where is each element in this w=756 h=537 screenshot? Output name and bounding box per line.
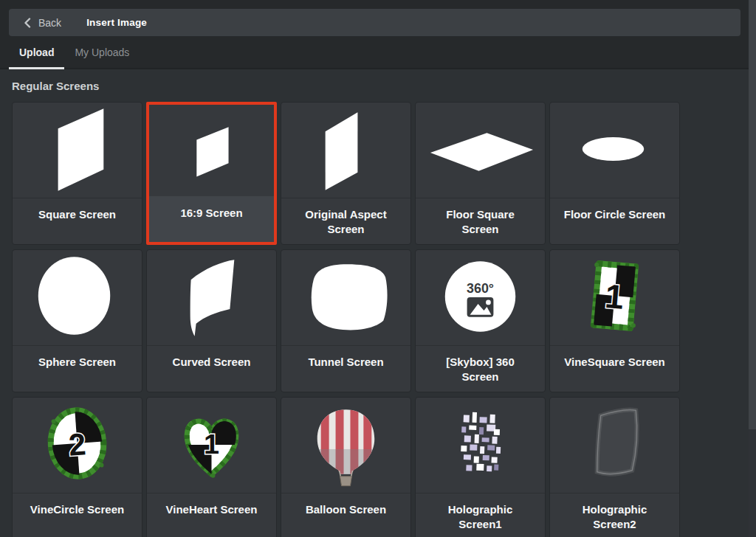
- screen-card-label: Original Aspect Screen: [281, 198, 410, 244]
- header-zone: Back Insert Image Upload My Uploads: [0, 0, 756, 69]
- screen-card-label: VineSquare Screen: [550, 345, 679, 392]
- skybox-360-screen-card[interactable]: 360° [Skybox] 360 Screen: [415, 249, 546, 392]
- screen-card-label: Holographic Screen1: [416, 493, 545, 537]
- screen-card-icon-area: 360°: [416, 250, 545, 345]
- screen-card-label: Holographic Screen2: [550, 493, 679, 537]
- ratio-16-9-screen-icon: [149, 105, 274, 196]
- screen-card-icon-area: [550, 103, 679, 198]
- screen-card-icon-area: [13, 250, 142, 345]
- vine-circle-screen-icon: 2: [13, 398, 142, 493]
- skybox-360-screen-icon: 360°: [416, 250, 545, 345]
- screen-card-label: Floor Circle Screen: [550, 198, 679, 244]
- svg-text:2: 2: [67, 426, 86, 462]
- screen-card-label: Floor Square Screen: [416, 198, 545, 244]
- balloon-screen-icon: [281, 398, 410, 493]
- balloon-screen-card[interactable]: Balloon Screen: [281, 397, 411, 537]
- screen-card-icon-area: [149, 105, 274, 196]
- screen-card-icon-area: [416, 103, 545, 198]
- screen-card-label: Square Screen: [13, 198, 142, 244]
- screen-card-icon-area: [416, 398, 545, 493]
- chevron-left-icon: [24, 18, 31, 28]
- vine-square-screen-icon: 1: [550, 250, 679, 345]
- screen-grid: Square Screen 16:9 Screen Original Aspec…: [12, 102, 744, 537]
- tab-upload[interactable]: Upload: [9, 36, 64, 68]
- screen-card-label: VineCircle Screen: [13, 493, 142, 537]
- screen-card-icon-area: [281, 250, 410, 345]
- screen-card-label: VineHeart Screen: [147, 493, 276, 537]
- topbar: Back Insert Image: [9, 9, 740, 36]
- screen-card-label: Balloon Screen: [281, 493, 410, 537]
- square-screen-icon: [13, 103, 142, 198]
- screen-card-label: Sphere Screen: [13, 345, 142, 392]
- back-button[interactable]: Back: [24, 17, 61, 29]
- content-area: Regular Screens Square Screen 16:9 Scree…: [0, 69, 756, 536]
- scrollbar-thumb[interactable]: [749, 0, 756, 429]
- original-aspect-screen-icon: [281, 103, 410, 198]
- original-aspect-screen-card[interactable]: Original Aspect Screen: [281, 102, 411, 245]
- screen-card-icon-area: 1: [550, 250, 679, 345]
- screen-card-icon-area: [550, 398, 679, 493]
- holographic-screen-1-icon: [416, 398, 545, 493]
- tab-bar: Upload My Uploads: [0, 36, 756, 69]
- screen-card-icon-area: 1: [147, 398, 276, 493]
- screen-card-label: Curved Screen: [147, 345, 276, 392]
- ratio-16-9-screen-card[interactable]: 16:9 Screen: [146, 102, 277, 245]
- floor-square-screen-icon: [416, 103, 545, 198]
- holographic-screen-2-icon: [550, 398, 679, 493]
- vine-square-screen-card[interactable]: 1 VineSquare Screen: [549, 249, 680, 392]
- svg-text:360°: 360°: [467, 281, 494, 296]
- tunnel-screen-card[interactable]: Tunnel Screen: [281, 249, 411, 392]
- svg-text:1: 1: [204, 429, 219, 460]
- screen-card-label: Tunnel Screen: [281, 345, 410, 392]
- screen-card-icon-area: [281, 103, 410, 198]
- vine-heart-screen-card[interactable]: 1 VineHeart Screen: [146, 397, 277, 537]
- screen-card-icon-area: 2: [13, 398, 142, 493]
- svg-text:1: 1: [603, 277, 625, 316]
- scrollbar[interactable]: [749, 0, 756, 537]
- floor-circle-screen-card[interactable]: Floor Circle Screen: [549, 102, 680, 245]
- screen-card-label: [Skybox] 360 Screen: [416, 345, 545, 392]
- sphere-screen-icon: [13, 250, 142, 345]
- back-button-label: Back: [38, 17, 61, 29]
- tab-my-uploads[interactable]: My Uploads: [64, 36, 140, 68]
- screen-card-icon-area: [147, 250, 276, 345]
- square-screen-card[interactable]: Square Screen: [12, 102, 142, 245]
- screen-card-icon-area: [13, 103, 142, 198]
- curved-screen-icon: [147, 250, 276, 345]
- page-title: Insert Image: [86, 17, 147, 28]
- holographic-screen-2-card[interactable]: Holographic Screen2: [549, 397, 680, 537]
- section-heading: Regular Screens: [12, 80, 744, 92]
- screen-card-label: 16:9 Screen: [149, 196, 274, 242]
- floor-square-screen-card[interactable]: Floor Square Screen: [415, 102, 546, 245]
- vine-circle-screen-card[interactable]: 2 VineCircle Screen: [12, 397, 142, 537]
- tunnel-screen-icon: [281, 250, 410, 345]
- holographic-screen-1-card[interactable]: Holographic Screen1: [415, 397, 546, 537]
- floor-circle-screen-icon: [550, 103, 679, 198]
- vine-heart-screen-icon: 1: [147, 398, 276, 493]
- sphere-screen-card[interactable]: Sphere Screen: [12, 249, 142, 392]
- curved-screen-card[interactable]: Curved Screen: [146, 249, 277, 392]
- screen-card-icon-area: [281, 398, 410, 493]
